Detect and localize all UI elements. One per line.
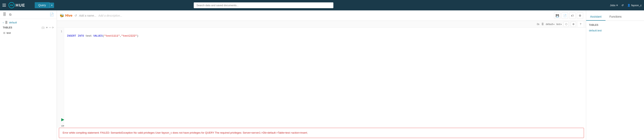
db-icon-meta: 🗄 bbox=[542, 23, 544, 26]
query-btn-group: Query ▾ bbox=[35, 2, 54, 8]
history-link[interactable]: ↺ bbox=[622, 4, 624, 7]
user-label: fayson_c bbox=[631, 4, 642, 7]
main-layout: 🗄 ⧉ 📄 ‹ 🗄 default Tables (1) ▼ + ⟳ bbox=[0, 11, 644, 140]
save-button[interactable]: 💾 bbox=[554, 13, 560, 19]
tag-button[interactable]: 🏷 bbox=[569, 13, 576, 19]
editor-meta-bar: 0s 🗄 default text ⬡ ⚙ ? bbox=[57, 21, 586, 28]
copy-icon[interactable]: ⧉ bbox=[9, 13, 11, 16]
right-panel: Assistant Functions Tables default.test bbox=[586, 11, 644, 140]
refresh-icon[interactable]: ⟳ bbox=[52, 26, 54, 29]
db-selector-chevron bbox=[554, 23, 554, 26]
tables-count: (1) bbox=[42, 26, 44, 29]
sidebar-toolbar: 🗄 ⧉ 📄 bbox=[0, 11, 57, 19]
search-bar bbox=[194, 3, 333, 8]
center-panel: 🐝 Hive ↺ Add a name... Add a description… bbox=[57, 11, 586, 140]
sidebar-content: ‹ 🗄 default Tables (1) ▼ + ⟳ ⊞ test bbox=[0, 19, 57, 140]
format-selector[interactable]: text bbox=[556, 23, 562, 26]
breadcrumb-db: default bbox=[9, 21, 17, 24]
search-input[interactable] bbox=[194, 3, 333, 8]
query-desc-field[interactable]: Add a description... bbox=[98, 14, 122, 17]
query-button[interactable]: Query bbox=[35, 2, 50, 8]
back-icon: ‹ bbox=[3, 21, 4, 24]
table-item-test[interactable]: ⊞ test bbox=[3, 31, 54, 35]
query-name-field[interactable]: Add a name... bbox=[79, 14, 96, 17]
section-actions: (1) ▼ + ⟳ bbox=[42, 26, 54, 29]
error-message: Error while compiling statement: FAILED:… bbox=[63, 131, 308, 134]
run-button[interactable]: ▶ bbox=[60, 116, 66, 122]
tab-assistant[interactable]: Assistant bbox=[586, 13, 606, 21]
add-table-icon[interactable]: + bbox=[49, 26, 51, 29]
table-name: test bbox=[6, 31, 11, 34]
tables-section-header: Tables (1) ▼ + ⟳ bbox=[3, 26, 54, 29]
app-logo: HUE bbox=[8, 2, 32, 9]
engine-label: Hive bbox=[65, 14, 72, 18]
history-icon: ↺ bbox=[622, 4, 624, 7]
undo-button[interactable]: ↺ bbox=[74, 14, 77, 17]
editor-toolbar: 🐝 Hive ↺ Add a name... Add a description… bbox=[57, 11, 586, 21]
run-btn-area: ▶ ⊟▾ bbox=[60, 116, 66, 128]
user-icon: 👤 bbox=[627, 4, 630, 7]
error-panel: Error while compiling statement: FAILED:… bbox=[59, 128, 584, 138]
document-icon[interactable]: 📄 bbox=[50, 13, 54, 16]
time-label: 0s bbox=[537, 23, 540, 26]
engine-indicator: 🐝 Hive bbox=[60, 14, 72, 18]
logo-text: HUE bbox=[16, 3, 25, 8]
logo-icon bbox=[8, 2, 15, 9]
breadcrumb-nav[interactable]: ‹ 🗄 default bbox=[3, 21, 54, 24]
tables-section-title: Tables bbox=[3, 26, 12, 29]
new-doc-button[interactable]: 📄 bbox=[562, 13, 568, 19]
help-button[interactable]: ? bbox=[578, 22, 583, 27]
right-panel-content: Tables default.test bbox=[586, 21, 644, 140]
hamburger-menu[interactable] bbox=[2, 4, 6, 7]
settings-button[interactable]: ⚙ bbox=[577, 13, 583, 19]
code-editor-container: 0s 🗄 default text ⬡ ⚙ ? 1 INSERT INTO te… bbox=[57, 21, 586, 140]
db-selector-label: default bbox=[546, 23, 553, 26]
toolbar-right-icons: 💾 📄 🏷 ⚙ bbox=[554, 13, 583, 19]
topbar-right: Jobs ≡ ↺ 👤 fayson_c bbox=[610, 4, 642, 7]
jobs-link[interactable]: Jobs ≡ bbox=[610, 4, 618, 7]
tab-functions[interactable]: Functions bbox=[606, 13, 626, 21]
code-content[interactable]: INSERT INTO test VALUES("test1111","test… bbox=[64, 28, 586, 128]
split-view-button[interactable]: ⊟▾ bbox=[60, 124, 66, 128]
topbar: HUE Query ▾ Jobs ≡ ↺ 👤 fayson_c bbox=[0, 0, 644, 11]
jobs-icon: ≡ bbox=[616, 4, 618, 7]
format-selector-chevron bbox=[560, 23, 562, 26]
code-area: 1 INSERT INTO test VALUES("test1111","te… bbox=[57, 28, 586, 128]
right-table-item-default-test[interactable]: default.test bbox=[589, 28, 641, 33]
left-sidebar: 🗄 ⧉ 📄 ‹ 🗄 default Tables (1) ▼ + ⟳ bbox=[0, 11, 57, 140]
table-icon: ⊞ bbox=[3, 31, 6, 34]
format-selector-label: text bbox=[556, 23, 560, 26]
database-icon: 🗄 bbox=[3, 13, 6, 17]
db-icon: 🗄 bbox=[5, 21, 8, 24]
line-numbers: 1 bbox=[57, 28, 64, 128]
user-link[interactable]: 👤 fayson_c bbox=[627, 4, 642, 7]
filter-icon[interactable]: ▼ bbox=[46, 26, 48, 29]
right-panel-tabs: Assistant Functions bbox=[586, 11, 644, 21]
hive-bee-icon: 🐝 bbox=[60, 14, 64, 18]
db-selector[interactable]: default bbox=[546, 23, 554, 26]
jobs-label: Jobs bbox=[610, 4, 615, 7]
execution-time: 0s bbox=[537, 23, 540, 26]
table-list: ⊞ test bbox=[3, 31, 54, 35]
right-tables-title: Tables bbox=[589, 24, 641, 26]
settings-meta-button[interactable]: ⚙ bbox=[571, 22, 576, 27]
explain-button[interactable]: ⬡ bbox=[564, 22, 569, 27]
query-dropdown-button[interactable]: ▾ bbox=[50, 3, 54, 8]
